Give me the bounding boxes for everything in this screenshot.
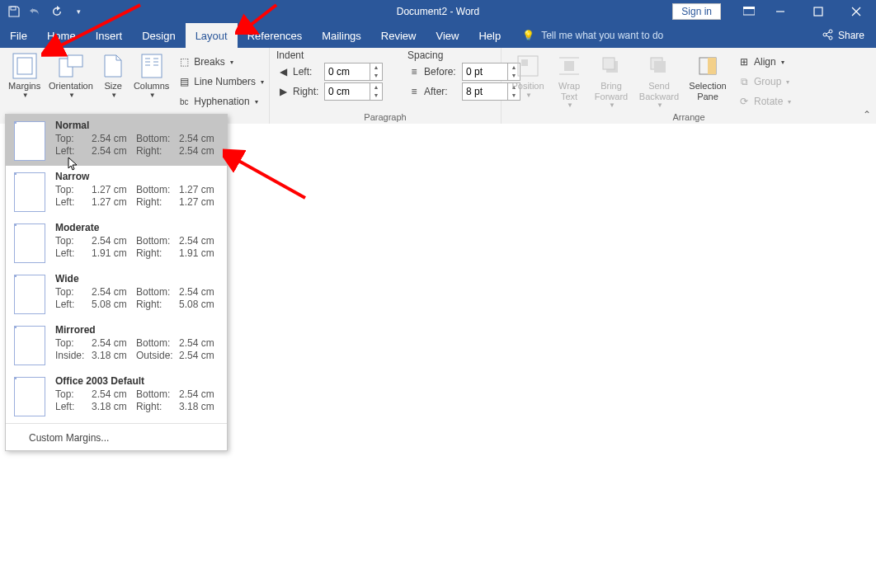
indent-right-input[interactable]: ▲▼: [324, 82, 383, 101]
margin-option-name: Mirrored: [55, 324, 224, 336]
wrap-text-label: Wrap Text: [551, 81, 587, 101]
share-button[interactable]: Share: [810, 29, 876, 43]
tab-insert[interactable]: Insert: [86, 23, 133, 48]
selection-pane-icon: [695, 53, 721, 79]
line-numbers-button[interactable]: ▤Line Numbers▾: [177, 73, 264, 91]
cursor-icon: [68, 157, 79, 174]
align-icon: ⊞: [737, 55, 751, 68]
svg-rect-29: [603, 58, 615, 69]
minimize-button[interactable]: [762, 0, 798, 23]
ribbon-display-options-icon[interactable]: [737, 0, 761, 23]
margins-option-normal[interactable]: Normal Top:2.54 cmBottom:2.54 cm Left:2.…: [6, 115, 227, 166]
tab-view[interactable]: View: [426, 23, 469, 48]
redo-icon[interactable]: [48, 2, 66, 21]
align-button[interactable]: ⊞Align▾: [737, 53, 791, 71]
svg-rect-4: [814, 7, 822, 16]
tab-mailings[interactable]: Mailings: [312, 23, 371, 48]
tab-design[interactable]: Design: [132, 23, 185, 48]
margins-icon: [12, 53, 38, 79]
indent-heading: Indent: [276, 49, 383, 61]
margins-button[interactable]: Margins▼: [5, 51, 44, 99]
margin-preview-icon: [14, 121, 45, 161]
size-button[interactable]: Size▼: [98, 51, 129, 99]
margin-preview-icon: [14, 223, 45, 263]
bring-forward-icon: [598, 53, 624, 79]
svg-rect-15: [68, 55, 82, 67]
tab-references[interactable]: References: [238, 23, 312, 48]
tab-home[interactable]: Home: [37, 23, 86, 48]
line-numbers-icon: ▤: [177, 75, 191, 88]
margins-dropdown: Normal Top:2.54 cmBottom:2.54 cm Left:2.…: [5, 114, 228, 451]
spacing-before-icon: ≡: [407, 65, 421, 78]
svg-rect-2: [743, 7, 755, 9]
tab-file[interactable]: File: [0, 23, 37, 48]
tab-review[interactable]: Review: [371, 23, 426, 48]
breaks-button[interactable]: ⬚Breaks▾: [177, 53, 264, 71]
rotate-icon: ⟳: [737, 95, 751, 108]
quick-access-toolbar: ▾: [0, 2, 92, 21]
breaks-label: Breaks: [194, 56, 224, 68]
margin-preview-icon: [14, 326, 45, 365]
svg-rect-31: [654, 61, 666, 73]
tab-layout[interactable]: Layout: [186, 23, 238, 48]
tell-me-search[interactable]: 💡 Tell me what you want to do: [522, 30, 663, 41]
margin-option-name: Moderate: [55, 222, 224, 233]
orientation-icon: [58, 53, 84, 79]
wrap-text-icon: [556, 53, 582, 79]
size-label: Size: [105, 81, 122, 92]
undo-icon[interactable]: [26, 2, 45, 21]
columns-label: Columns: [134, 81, 169, 92]
sign-in-button[interactable]: Sign in: [672, 3, 721, 20]
share-icon: [822, 29, 833, 43]
selection-pane-button[interactable]: Selection Pane: [685, 51, 731, 101]
custom-margins-item[interactable]: Custom Margins...: [6, 426, 227, 450]
selection-pane-label: Selection Pane: [685, 81, 731, 101]
qat-customize-icon[interactable]: ▾: [69, 2, 87, 21]
title-bar: ▾ Document2 - Word Sign in: [0, 0, 876, 23]
margins-option-moderate[interactable]: Moderate Top:2.54 cmBottom:2.54 cm Left:…: [6, 217, 227, 268]
line-numbers-label: Line Numbers: [194, 76, 256, 87]
orientation-button[interactable]: Orientation▼: [45, 51, 96, 99]
margin-option-name: Narrow: [55, 171, 224, 182]
share-label: Share: [838, 30, 864, 41]
tell-me-label: Tell me what you want to do: [541, 30, 663, 41]
svg-rect-25: [564, 61, 574, 71]
paragraph-group-label: Paragraph: [270, 112, 501, 124]
position-label: Position: [511, 81, 544, 92]
breaks-icon: ⬚: [177, 55, 191, 68]
align-label: Align: [754, 56, 776, 68]
lightbulb-icon: 💡: [522, 30, 535, 41]
columns-button[interactable]: Columns▼: [130, 51, 172, 99]
group-arrange: Position▼ Wrap Text▼ Bring Forward▼ Send…: [502, 48, 876, 124]
group-objects-label: Group: [754, 76, 781, 87]
rotate-label: Rotate: [754, 96, 783, 107]
spacing-after-label: After:: [424, 86, 459, 97]
svg-rect-33: [708, 58, 716, 74]
margins-option-wide[interactable]: Wide Top:2.54 cmBottom:2.54 cm Left:5.08…: [6, 268, 227, 319]
margin-preview-icon: [14, 377, 45, 416]
send-backward-label: Send Backward: [635, 81, 683, 101]
close-button[interactable]: [838, 0, 874, 23]
tab-help[interactable]: Help: [469, 23, 511, 48]
rotate-button: ⟳Rotate▾: [737, 92, 791, 111]
svg-rect-16: [142, 54, 162, 78]
margins-label: Margins: [8, 81, 40, 92]
spacing-after-icon: ≡: [407, 85, 421, 98]
group-button: ⧉Group▾: [737, 73, 791, 91]
margins-option-narrow[interactable]: Narrow Top:1.27 cmBottom:1.27 cm Left:1.…: [6, 166, 227, 217]
hyphenation-button[interactable]: bcHyphenation▾: [177, 92, 264, 111]
svg-line-11: [826, 35, 829, 37]
margin-option-name: Normal: [55, 120, 224, 131]
svg-rect-24: [521, 59, 528, 66]
maximize-button[interactable]: [800, 0, 836, 23]
save-icon[interactable]: [5, 2, 23, 21]
margins-option-office-2003-default[interactable]: Office 2003 Default Top:2.54 cmBottom:2.…: [6, 370, 227, 421]
group-icon: ⧉: [737, 75, 751, 88]
bring-forward-label: Bring Forward: [589, 81, 633, 101]
svg-line-10: [826, 32, 829, 34]
indent-left-input[interactable]: ▲▼: [324, 63, 383, 81]
document-title: Document2 - Word: [397, 6, 479, 17]
margins-option-mirrored[interactable]: Mirrored Top:2.54 cmBottom:2.54 cm Insid…: [6, 319, 227, 370]
collapse-ribbon-icon[interactable]: ⌃: [863, 109, 871, 120]
hyphenation-icon: bc: [177, 95, 191, 108]
